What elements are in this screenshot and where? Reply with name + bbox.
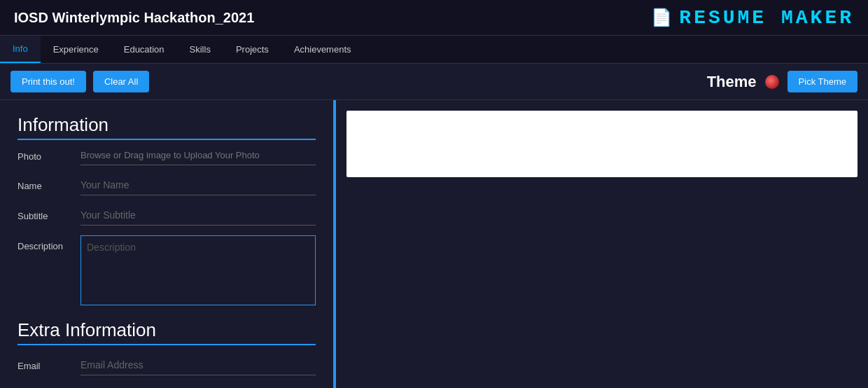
brand: 📄 RESUME MAKER [651, 7, 854, 29]
preview-box [346, 111, 858, 177]
tab-info[interactable]: Info [0, 36, 41, 63]
tab-projects[interactable]: Projects [223, 36, 281, 63]
photo-row: Photo [18, 146, 316, 165]
subtitle-input[interactable] [80, 205, 316, 226]
brand-text: RESUME MAKER [679, 7, 854, 29]
contact-row: Contact [18, 385, 316, 388]
description-label: Description [18, 235, 74, 251]
left-panel: Information Photo Name Subtitle Descript… [0, 100, 336, 388]
app-title: IOSD Winterlympic Hackathon_2021 [14, 10, 254, 26]
theme-dot [765, 75, 779, 89]
photo-input[interactable] [80, 146, 316, 165]
print-button[interactable]: Print this out! [10, 71, 86, 92]
pick-theme-button[interactable]: Pick Theme [788, 71, 858, 92]
name-row: Name [18, 175, 316, 195]
header: IOSD Winterlympic Hackathon_2021 📄 RESUM… [0, 0, 868, 36]
photo-label: Photo [18, 146, 74, 162]
contact-label: Contact [18, 385, 74, 388]
theme-label: Theme [707, 73, 757, 91]
nav-bar: Info Experience Education Skills Project… [0, 36, 868, 64]
clear-button[interactable]: Clear All [93, 71, 149, 92]
extra-info-title: Extra Information [18, 319, 316, 345]
email-row: Email [18, 355, 316, 375]
theme-section: Theme Pick Theme [707, 71, 858, 92]
tab-skills[interactable]: Skills [177, 36, 223, 63]
name-input[interactable] [80, 175, 316, 195]
contact-input[interactable] [80, 385, 316, 388]
toolbar: Print this out! Clear All Theme Pick The… [0, 64, 868, 100]
information-title: Information [18, 114, 316, 140]
tab-education[interactable]: Education [111, 36, 177, 63]
tab-experience[interactable]: Experience [41, 36, 111, 63]
email-input[interactable] [80, 355, 316, 375]
description-row: Description [18, 235, 316, 305]
description-input[interactable] [80, 235, 316, 305]
subtitle-row: Subtitle [18, 205, 316, 226]
brand-icon: 📄 [651, 8, 672, 27]
tab-achievements[interactable]: Achievements [281, 36, 364, 63]
name-label: Name [18, 175, 74, 191]
email-label: Email [18, 355, 74, 371]
main-layout: Information Photo Name Subtitle Descript… [0, 100, 868, 388]
subtitle-label: Subtitle [18, 205, 74, 221]
right-panel [336, 100, 868, 388]
